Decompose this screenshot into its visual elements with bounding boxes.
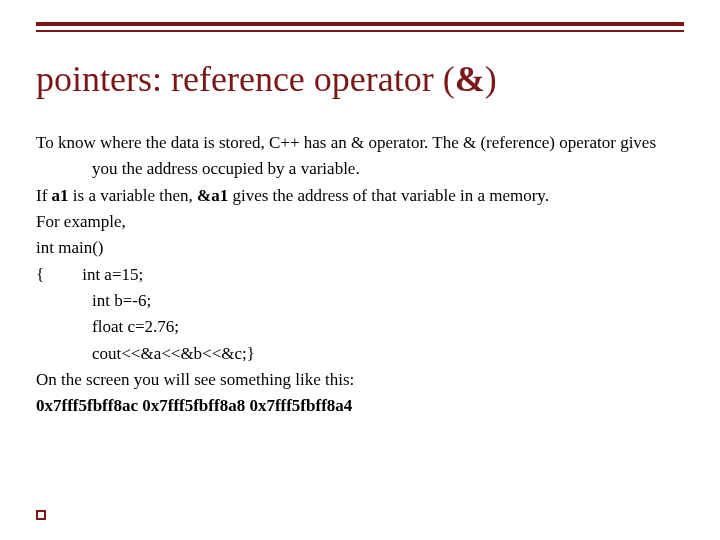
slide-title: pointers: reference operator (&) [36,60,497,100]
body-line-if: If a1 is a variable then, &a1 gives the … [36,183,684,209]
code-line-cout: cout<<&a<<&b<<&c;} [36,341,684,367]
title-ampersand: & [455,59,485,99]
title-text-1: pointers: reference operator ( [36,59,455,99]
code-line-c: float c=2.76; [36,314,684,340]
header-rule [36,22,684,32]
slide-body: To know where the data is stored, C++ ha… [36,130,684,420]
title-text-2: ) [485,59,497,99]
code-line-a: {int a=15; [36,262,684,288]
slide: pointers: reference operator (&) To know… [0,0,720,540]
code-line-main: int main() [36,235,684,261]
body-line-result-label: On the screen you will see something lik… [36,367,684,393]
footer-bullet-icon [36,510,46,520]
body-line-intro: To know where the data is stored, C++ ha… [36,130,684,183]
body-line-example-label: For example, [36,209,684,235]
code-line-b: int b=-6; [36,288,684,314]
body-line-result: 0x7fff5fbff8ac 0x7fff5fbff8a8 0x7fff5fbf… [36,393,684,419]
